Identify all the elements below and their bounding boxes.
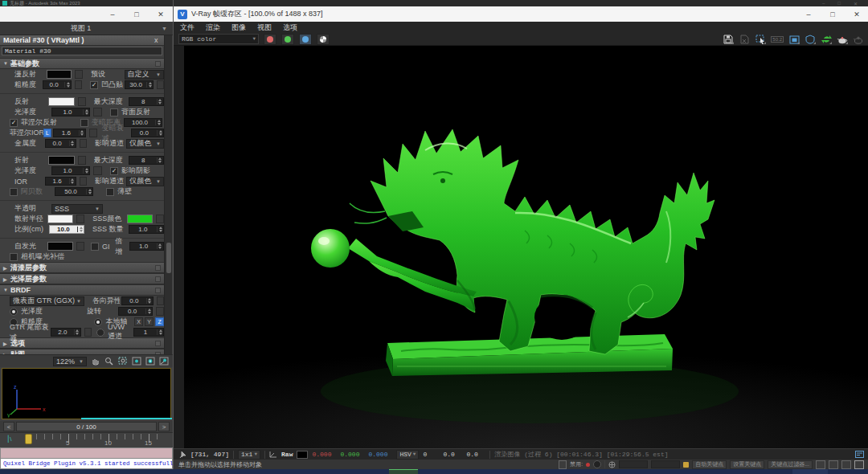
coord-x-field[interactable] — [619, 460, 648, 468]
thin-walled-checkbox[interactable] — [106, 188, 114, 196]
menu-view[interactable]: 视图 — [257, 22, 272, 33]
frame-counter[interactable]: 0 / 100 — [16, 422, 157, 431]
metalness-map-button[interactable] — [80, 139, 87, 148]
diffuse-map-button[interactable] — [75, 70, 83, 79]
refract-glossiness-map-button[interactable] — [93, 166, 102, 175]
prev-frame-button[interactable]: < — [3, 422, 14, 431]
ior-map-button[interactable] — [80, 177, 87, 186]
maximize-icon[interactable]: □ — [837, 1, 841, 6]
anisotropy-map-button[interactable] — [157, 296, 164, 305]
gtr-tail-spinner[interactable]: 2.0 — [51, 328, 81, 337]
zoom-selected-icon[interactable] — [158, 357, 169, 366]
maximize-icon[interactable]: □ — [125, 6, 149, 22]
scatter-radius-swatch[interactable] — [47, 215, 73, 223]
multiplier-spinner[interactable]: 1.0 — [129, 242, 164, 251]
roughness-map-button[interactable] — [75, 80, 82, 89]
zoom-extents-selected-icon[interactable] — [145, 357, 155, 366]
rollout-brdf[interactable]: ▼ BRDF — [0, 284, 164, 296]
rollout-coat[interactable]: ▶ 清漆层参数 — [0, 262, 164, 273]
camera-exposure-checkbox[interactable] — [10, 253, 18, 261]
channel-dropdown[interactable]: RGB color ▼ — [178, 34, 259, 44]
rollout-basic-params[interactable]: ▼ 基础参数 — [0, 58, 164, 69]
anisotropy-spinner[interactable]: 0.0 — [121, 296, 153, 305]
dim-distance-spinner[interactable]: 100.0 — [124, 118, 162, 127]
blue-channel-button[interactable] — [299, 34, 312, 45]
macro-recorder-pane[interactable] — [0, 447, 173, 459]
zoom-view-icon[interactable] — [829, 460, 838, 469]
zoom-extents-icon[interactable] — [131, 357, 141, 366]
interactive-update-icon[interactable] — [821, 34, 832, 44]
zoom-region-icon[interactable] — [117, 357, 128, 366]
isolate-toggle-icon[interactable] — [559, 460, 567, 469]
translucency-dropdown[interactable]: SSS ▼ — [51, 204, 103, 214]
rotation-spinner[interactable]: 0.0 — [118, 307, 153, 316]
roughness-spinner[interactable]: 0.0 — [43, 80, 72, 89]
menu-render[interactable]: 渲染 — [206, 22, 220, 33]
microfacet-dropdown[interactable]: 微表面 GTR (GGX) ▼ — [10, 296, 84, 306]
maximize-icon[interactable]: □ — [821, 6, 845, 22]
bump-map-button[interactable] — [157, 80, 164, 89]
sss-color-map-button[interactable] — [156, 215, 164, 223]
lens-effects-icon[interactable] — [805, 34, 816, 44]
minimize-icon[interactable]: – — [822, 1, 825, 6]
zoom-level-dropdown[interactable]: 122% ▼ — [53, 357, 87, 366]
stats-panel-icon[interactable] — [855, 451, 864, 458]
red-channel-button[interactable] — [264, 34, 276, 45]
taskbar-item[interactable] — [389, 469, 418, 474]
minimize-icon[interactable]: – — [100, 6, 125, 22]
save-image-icon[interactable] — [723, 34, 734, 44]
reflect-glossiness-spinner[interactable]: 1.0 — [51, 108, 90, 116]
refract-affect-channels-dropdown[interactable]: 仅颜色 ▼ — [126, 177, 164, 186]
mini-viewport[interactable]: z x y — [2, 368, 171, 419]
gi-checkbox[interactable] — [91, 243, 99, 251]
close-icon[interactable]: ✕ — [149, 6, 173, 22]
self-illum-map-button[interactable] — [76, 242, 84, 251]
material-name-field[interactable]: Material #30 — [2, 47, 162, 55]
render-image[interactable] — [184, 46, 868, 448]
menu-file[interactable]: 文件 — [180, 22, 194, 33]
axis-x-button[interactable]: X — [134, 317, 143, 326]
sss-color-swatch[interactable] — [127, 215, 153, 223]
reflect-map-button[interactable] — [78, 97, 86, 106]
coord-y-field[interactable] — [651, 460, 680, 468]
material-panel-header[interactable]: Material #30 ( VRayMtl ) x — [0, 35, 164, 46]
alpha-channel-button[interactable] — [317, 34, 330, 45]
compare-frames-icon[interactable] — [788, 34, 800, 44]
menu-image[interactable]: 图像 — [231, 22, 246, 33]
close-icon[interactable]: ✕ — [845, 6, 868, 22]
selection-lock-icon[interactable] — [593, 460, 601, 468]
gtr-tail-map-button[interactable] — [84, 328, 92, 337]
pan-hand-icon[interactable] — [90, 357, 100, 366]
bump-checkbox[interactable] — [90, 81, 98, 89]
hsv-dropdown[interactable]: HSV ▼ — [396, 450, 419, 460]
taskbar-item[interactable] — [792, 469, 828, 474]
max-depth-spinner[interactable]: 8 — [129, 97, 164, 106]
key-mode-icon[interactable]: ⎮\ — [6, 435, 11, 443]
refract-map-button[interactable] — [78, 156, 86, 165]
refract-color-swatch[interactable] — [48, 156, 75, 165]
pan-view-icon[interactable] — [816, 460, 825, 469]
diffuse-color-swatch[interactable] — [47, 70, 72, 79]
auto-key-button[interactable]: 自动关键点 — [692, 460, 727, 469]
pixel-pin-icon[interactable] — [178, 451, 186, 459]
zoom-tool-icon[interactable] — [104, 357, 114, 366]
brdf-glossiness-radio[interactable] — [10, 308, 18, 316]
affect-channels-dropdown[interactable]: 仅颜色 ▼ — [126, 139, 164, 149]
abbe-spinner[interactable]: 50.0 — [55, 187, 93, 196]
fresnel-ior-lock-button[interactable]: L — [43, 129, 51, 137]
maximize-viewport-icon[interactable] — [854, 460, 864, 469]
refract-glossiness-spinner[interactable]: 1.0 — [51, 166, 90, 175]
next-frame-button[interactable]: > — [158, 422, 170, 431]
back-reflect-checkbox[interactable] — [110, 108, 118, 116]
preset-dropdown[interactable]: 自定义 ▼ — [125, 70, 164, 80]
close-icon[interactable]: ✕ — [854, 1, 858, 6]
scrollbar-thumb[interactable] — [166, 243, 171, 273]
scale-spinner[interactable]: 10.0 — [49, 225, 84, 234]
uvw-channel-radio[interactable] — [96, 329, 104, 337]
refract-max-depth-spinner[interactable]: 8 — [129, 156, 164, 165]
render-teapot-icon[interactable] — [837, 34, 848, 44]
abbe-checkbox[interactable] — [10, 188, 18, 196]
uvw-channel-spinner[interactable]: 1 — [133, 328, 164, 337]
rollout-sheen[interactable]: ▶ 光泽层参数 — [0, 273, 164, 284]
region-render-icon[interactable] — [755, 34, 766, 44]
